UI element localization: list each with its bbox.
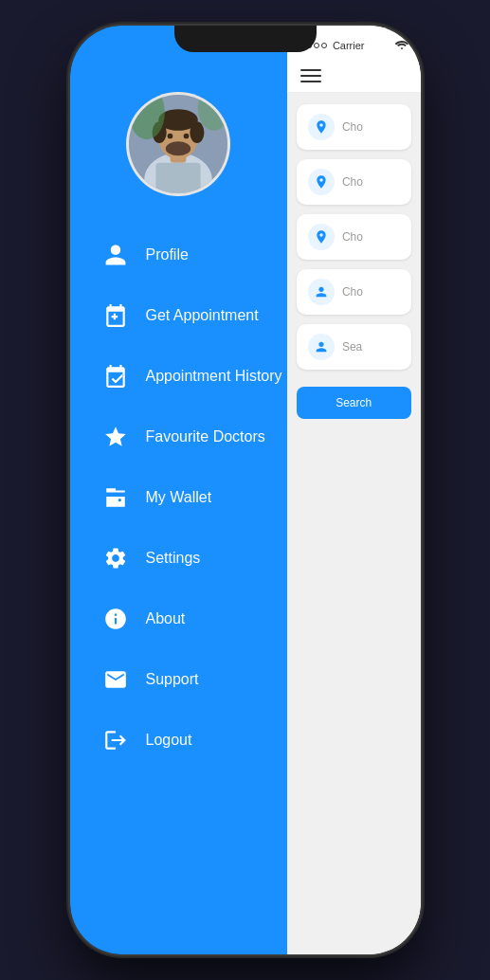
star-icon — [99, 420, 133, 454]
search-text-5: Sea — [342, 340, 362, 354]
logout-icon — [99, 723, 133, 757]
gear-icon — [99, 541, 133, 575]
wifi-icon — [394, 39, 409, 53]
sidebar-item-get-appointment[interactable]: Get Appointment — [80, 285, 278, 346]
search-text-3: Cho — [342, 230, 363, 244]
sidebar-item-logout[interactable]: Logout — [80, 710, 278, 771]
svg-point-9 — [184, 134, 190, 139]
phone-screen: Profile Get Appointment — [70, 26, 421, 954]
phone-notch — [174, 26, 317, 52]
search-text-4: Cho — [342, 285, 363, 299]
search-button[interactable]: Search — [297, 387, 411, 419]
sidebar-item-my-wallet[interactable]: My Wallet — [80, 467, 278, 528]
sidebar-item-favourite-doctors[interactable]: Favourite Doctors — [80, 407, 278, 467]
svg-point-6 — [190, 121, 204, 143]
right-panel: Carrier — [287, 26, 421, 954]
sidebar: Profile Get Appointment — [70, 26, 287, 954]
location-pin-blue-icon — [308, 114, 335, 140]
support-label: Support — [146, 671, 199, 688]
search-text-2: Cho — [342, 175, 363, 189]
appointment-history-label: Appointment History — [146, 368, 282, 385]
svg-rect-10 — [156, 163, 201, 193]
hamburger-line-3 — [300, 81, 321, 82]
carrier-text: Carrier — [333, 40, 365, 51]
location-pin-icon-3 — [308, 224, 335, 250]
calendar-icon — [99, 299, 133, 333]
sidebar-item-settings[interactable]: Settings — [80, 528, 278, 589]
doctor-icon — [308, 334, 335, 360]
envelope-icon — [99, 662, 133, 697]
info-icon — [99, 602, 133, 636]
search-item-5[interactable]: Sea — [297, 324, 411, 370]
dot3 — [314, 43, 319, 48]
sidebar-item-profile[interactable]: Profile — [80, 225, 278, 285]
settings-label: Settings — [146, 550, 201, 567]
logout-label: Logout — [146, 732, 192, 749]
person-blue-icon — [308, 279, 335, 305]
get-appointment-label: Get Appointment — [146, 307, 259, 324]
person-icon — [99, 238, 133, 272]
sidebar-item-support[interactable]: Support — [80, 649, 278, 710]
my-wallet-label: My Wallet — [146, 489, 212, 506]
calendar-check-icon — [99, 359, 133, 393]
menu-list: Profile Get Appointment — [70, 225, 287, 771]
favourite-doctors-label: Favourite Doctors — [146, 428, 265, 445]
hamburger-line-1 — [300, 69, 321, 71]
hamburger-line-2 — [300, 75, 321, 77]
hamburger-menu-button[interactable] — [300, 69, 321, 82]
search-item-1[interactable]: Cho — [297, 104, 411, 150]
avatar — [126, 92, 230, 196]
phone-frame: Profile Get Appointment — [70, 26, 421, 954]
sidebar-item-appointment-history[interactable]: Appointment History — [80, 346, 278, 407]
svg-point-8 — [168, 134, 173, 139]
search-item-3[interactable]: Cho — [297, 214, 411, 260]
wallet-icon — [99, 481, 133, 515]
search-item-4[interactable]: Cho — [297, 269, 411, 315]
search-item-2[interactable]: Cho — [297, 159, 411, 205]
right-panel-content: Cho Cho — [287, 93, 421, 954]
search-text-1: Cho — [342, 120, 363, 134]
profile-label: Profile — [146, 246, 189, 263]
sidebar-item-about[interactable]: About — [80, 589, 278, 649]
svg-point-7 — [166, 141, 191, 155]
hamburger-bar — [287, 62, 421, 93]
dot4 — [321, 43, 327, 48]
about-label: About — [146, 610, 186, 627]
location-pin-icon-2 — [308, 169, 335, 195]
